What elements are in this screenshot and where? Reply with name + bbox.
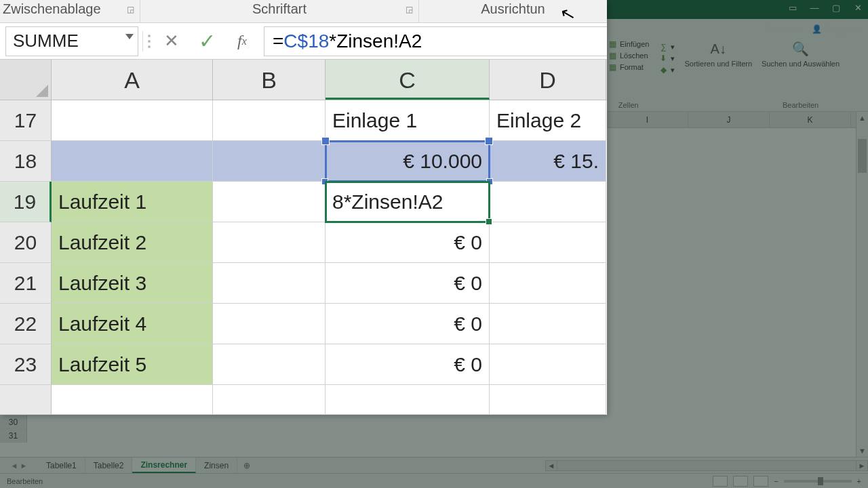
sheet-tab-zinsrechner[interactable]: Zinsrechner — [132, 458, 196, 473]
name-box[interactable]: SUMME — [5, 26, 138, 56]
sheet-tab-zinsen[interactable]: Zinsen — [196, 458, 237, 473]
cell-c18-referenced[interactable]: € 10.000 — [326, 141, 490, 182]
cell[interactable] — [490, 344, 606, 385]
cell[interactable] — [52, 385, 213, 415]
vertical-scrollbar[interactable]: ▲ ▼ — [856, 112, 868, 457]
cell[interactable]: € 0 — [326, 263, 490, 304]
cell[interactable]: Laufzeit 1 — [52, 182, 213, 222]
formula-input[interactable]: =C$18*Zinsen!A2 — [264, 26, 607, 56]
insert-function-button[interactable]: fx — [224, 26, 260, 56]
cell[interactable] — [213, 100, 326, 141]
cell-c19-editing[interactable]: 8*Zinsen!A2 — [326, 182, 490, 222]
tab-nav[interactable]: ◄ ► — [0, 458, 38, 473]
cell[interactable]: € 0 — [326, 222, 490, 263]
fill-button[interactable]: ⬇▾ — [658, 54, 675, 63]
column-header[interactable]: J — [688, 112, 770, 127]
table-row: 23 Laufzeit 5 € 0 — [0, 344, 607, 385]
cell[interactable] — [490, 385, 606, 415]
cell[interactable] — [213, 141, 326, 182]
clear-button[interactable]: ◆▾ — [658, 65, 675, 75]
column-header[interactable]: I — [607, 112, 688, 127]
name-box-value: SUMME — [13, 30, 79, 52]
delete-cells-button[interactable]: ▦Löschen — [608, 51, 649, 60]
select-all-corner[interactable] — [0, 60, 52, 100]
cell[interactable]: Laufzeit 4 — [52, 304, 213, 344]
table-row: 20 Laufzeit 2 € 0 — [0, 222, 607, 263]
sheet-tab-tabelle1[interactable]: Tabelle1 — [38, 458, 85, 473]
search-icon: 🔍 — [790, 39, 812, 58]
scroll-left-icon[interactable]: ◄ — [545, 460, 557, 471]
horizontal-scrollbar[interactable]: ◄ ► — [545, 458, 868, 473]
row-header[interactable]: 17 — [0, 100, 52, 141]
cell[interactable]: Einlage 2 — [490, 100, 606, 141]
fill-handle[interactable] — [486, 218, 492, 225]
cell[interactable]: € 0 — [326, 344, 490, 385]
enter-button[interactable]: ✓ — [189, 26, 224, 56]
find-select-button[interactable]: 🔍 Suchen und Auswählen Bearbeiten — [757, 0, 844, 112]
cell[interactable] — [490, 304, 606, 344]
column-header-c[interactable]: C — [326, 60, 490, 100]
cell[interactable] — [213, 304, 326, 344]
dialog-launcher-icon[interactable]: ◲ — [403, 4, 414, 15]
cancel-button[interactable]: ✕ — [154, 26, 189, 56]
zoom-panel: Zwischenablage ◲ Schriftart ◲ Ausrichtun… — [0, 0, 607, 415]
formula-text: =C$18*Zinsen!A2 — [273, 30, 422, 52]
format-icon: ▦ — [608, 62, 617, 72]
column-header-a[interactable]: A — [52, 60, 213, 100]
zoom-in-button[interactable]: + — [857, 477, 861, 485]
scroll-track[interactable] — [557, 460, 856, 471]
column-header[interactable]: K — [770, 112, 851, 127]
scroll-down-icon[interactable]: ▼ — [856, 445, 868, 457]
scroll-thumb[interactable] — [858, 139, 867, 173]
cell[interactable] — [52, 100, 213, 141]
row-header[interactable]: 22 — [0, 304, 52, 344]
row-header[interactable]: 20 — [0, 222, 52, 263]
chevron-down-icon[interactable] — [125, 34, 134, 39]
cell[interactable]: Laufzeit 2 — [52, 222, 213, 263]
sigma-icon: ∑ — [658, 42, 668, 52]
sort-icon: A↓ — [707, 39, 729, 58]
cell[interactable] — [490, 222, 606, 263]
row-header[interactable]: 23 — [0, 344, 52, 385]
cell[interactable] — [52, 141, 213, 182]
autosum-button[interactable]: ∑▾ — [658, 42, 675, 52]
view-pagebreak-button[interactable] — [753, 476, 768, 487]
insert-cells-button[interactable]: ▦Einfügen — [608, 39, 649, 49]
cell[interactable] — [326, 385, 490, 415]
sheet-tab-tabelle2[interactable]: Tabelle2 — [85, 458, 133, 473]
cell[interactable] — [490, 263, 606, 304]
scroll-right-icon[interactable]: ► — [856, 460, 868, 471]
cell[interactable] — [213, 344, 326, 385]
cell[interactable]: Laufzeit 3 — [52, 263, 213, 304]
format-cells-button[interactable]: ▦Format — [608, 62, 649, 72]
cell[interactable] — [490, 182, 606, 222]
view-normal-button[interactable] — [713, 476, 728, 487]
row-header[interactable]: 30 — [0, 415, 27, 429]
scroll-up-icon[interactable]: ▲ — [856, 112, 868, 124]
cell[interactable]: Einlage 1 — [326, 100, 490, 141]
sort-filter-button[interactable]: A↓ Sortieren und Filtern — [680, 0, 756, 112]
view-pagelayout-button[interactable] — [733, 476, 748, 487]
worksheet-grid[interactable]: A B C D 17 Einlage 1 Einlage 2 18 € 10.0… — [0, 60, 607, 415]
zoom-out-button[interactable]: − — [774, 477, 778, 485]
row-header[interactable]: 19 — [0, 182, 52, 222]
cell[interactable] — [213, 222, 326, 263]
row-header[interactable]: 21 — [0, 263, 52, 304]
cell[interactable]: Laufzeit 5 — [52, 344, 213, 385]
cell[interactable] — [213, 263, 326, 304]
row-header[interactable]: 31 — [0, 429, 27, 443]
zoom-slider[interactable] — [784, 480, 852, 483]
cell[interactable] — [213, 385, 326, 415]
column-header-d[interactable]: D — [490, 60, 606, 100]
add-sheet-button[interactable]: ⊕ — [237, 458, 256, 473]
row-header[interactable]: 18 — [0, 141, 52, 182]
cell[interactable] — [213, 182, 326, 222]
table-row: 19 Laufzeit 1 8*Zinsen!A2 — [0, 182, 607, 222]
column-header-b[interactable]: B — [213, 60, 326, 100]
cell[interactable]: € 15. — [490, 141, 606, 182]
row-header[interactable] — [0, 385, 52, 415]
table-row: 21 Laufzeit 3 € 0 — [0, 263, 607, 304]
cell[interactable]: € 0 — [326, 304, 490, 344]
dialog-launcher-icon[interactable]: ◲ — [125, 4, 136, 15]
group-label-edit: Bearbeiten — [783, 101, 818, 112]
